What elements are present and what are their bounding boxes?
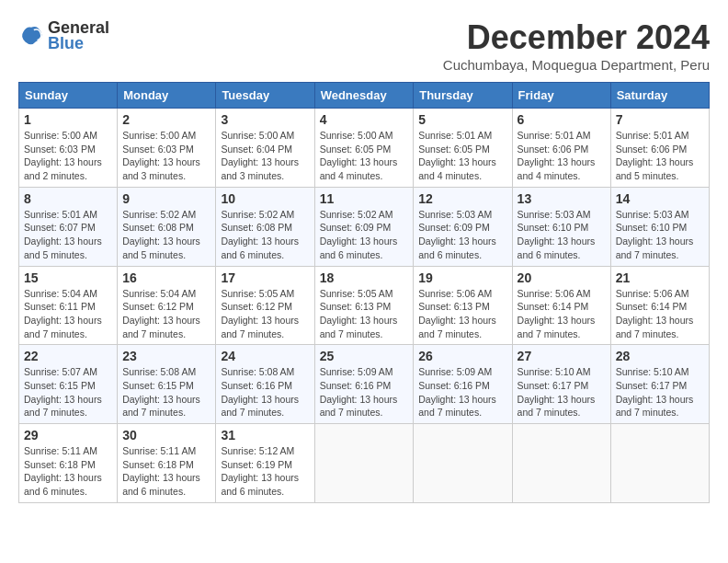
day-info: Sunrise: 5:06 AM Sunset: 6:14 PM Dayligh… xyxy=(518,287,606,341)
page-header: General Blue December 2024 Cuchumbaya, M… xyxy=(18,18,710,73)
day-info: Sunrise: 5:03 AM Sunset: 6:09 PM Dayligh… xyxy=(418,208,506,262)
day-info: Sunrise: 5:09 AM Sunset: 6:16 PM Dayligh… xyxy=(418,365,506,419)
day-number: 29 xyxy=(24,428,112,442)
day-number: 15 xyxy=(24,270,112,285)
day-info: Sunrise: 5:11 AM Sunset: 6:18 PM Dayligh… xyxy=(122,444,210,499)
calendar-cell xyxy=(512,424,610,503)
day-number: 8 xyxy=(24,191,112,206)
day-number: 6 xyxy=(518,112,606,127)
day-info: Sunrise: 5:04 AM Sunset: 6:12 PM Dayligh… xyxy=(122,287,210,341)
calendar-cell: 21 Sunrise: 5:06 AM Sunset: 6:14 PM Dayl… xyxy=(610,266,709,345)
day-number: 1 xyxy=(24,112,112,127)
day-number: 22 xyxy=(24,349,112,363)
logo-blue: Blue xyxy=(48,34,109,53)
calendar-cell: 30 Sunrise: 5:11 AM Sunset: 6:18 PM Dayl… xyxy=(118,424,216,503)
calendar-cell: 9 Sunrise: 5:02 AM Sunset: 6:08 PM Dayli… xyxy=(118,187,216,266)
day-number: 9 xyxy=(122,191,210,206)
day-number: 13 xyxy=(518,191,606,206)
logo-icon xyxy=(18,23,44,49)
calendar-week-1: 1 Sunrise: 5:00 AM Sunset: 6:03 PM Dayli… xyxy=(19,109,710,188)
day-info: Sunrise: 5:06 AM Sunset: 6:13 PM Dayligh… xyxy=(418,287,506,341)
day-number: 4 xyxy=(320,112,409,127)
day-info: Sunrise: 5:04 AM Sunset: 6:11 PM Dayligh… xyxy=(24,287,112,341)
day-info: Sunrise: 5:07 AM Sunset: 6:15 PM Dayligh… xyxy=(24,365,112,419)
day-info: Sunrise: 5:00 AM Sunset: 6:04 PM Dayligh… xyxy=(221,129,309,183)
weekday-header-thursday: Thursday xyxy=(414,83,512,109)
calendar-cell: 27 Sunrise: 5:10 AM Sunset: 6:17 PM Dayl… xyxy=(512,345,610,424)
day-number: 30 xyxy=(122,428,210,442)
calendar-cell: 1 Sunrise: 5:00 AM Sunset: 6:03 PM Dayli… xyxy=(19,109,118,188)
calendar-cell: 22 Sunrise: 5:07 AM Sunset: 6:15 PM Dayl… xyxy=(19,345,118,424)
day-info: Sunrise: 5:02 AM Sunset: 6:08 PM Dayligh… xyxy=(221,208,309,262)
day-number: 12 xyxy=(418,191,506,206)
calendar-cell xyxy=(414,424,512,503)
day-number: 20 xyxy=(518,270,606,285)
calendar-week-5: 29 Sunrise: 5:11 AM Sunset: 6:18 PM Dayl… xyxy=(19,424,710,503)
calendar-cell: 16 Sunrise: 5:04 AM Sunset: 6:12 PM Dayl… xyxy=(118,266,216,345)
calendar-cell: 31 Sunrise: 5:12 AM Sunset: 6:19 PM Dayl… xyxy=(216,424,314,503)
day-info: Sunrise: 5:03 AM Sunset: 6:10 PM Dayligh… xyxy=(518,208,606,262)
day-number: 2 xyxy=(122,112,210,127)
weekday-header-saturday: Saturday xyxy=(610,83,709,109)
day-info: Sunrise: 5:08 AM Sunset: 6:16 PM Dayligh… xyxy=(221,365,309,419)
day-info: Sunrise: 5:03 AM Sunset: 6:10 PM Dayligh… xyxy=(616,208,704,262)
calendar-cell: 14 Sunrise: 5:03 AM Sunset: 6:10 PM Dayl… xyxy=(610,187,709,266)
calendar-cell: 28 Sunrise: 5:10 AM Sunset: 6:17 PM Dayl… xyxy=(610,345,709,424)
day-number: 10 xyxy=(221,191,309,206)
calendar-cell: 3 Sunrise: 5:00 AM Sunset: 6:04 PM Dayli… xyxy=(216,109,314,188)
day-info: Sunrise: 5:05 AM Sunset: 6:12 PM Dayligh… xyxy=(221,287,309,341)
day-number: 16 xyxy=(122,270,210,285)
calendar-cell: 29 Sunrise: 5:11 AM Sunset: 6:18 PM Dayl… xyxy=(19,424,118,503)
weekday-header-tuesday: Tuesday xyxy=(216,83,314,109)
day-number: 26 xyxy=(418,349,506,363)
calendar-week-2: 8 Sunrise: 5:01 AM Sunset: 6:07 PM Dayli… xyxy=(19,187,710,266)
day-info: Sunrise: 5:10 AM Sunset: 6:17 PM Dayligh… xyxy=(616,365,704,419)
day-number: 17 xyxy=(221,270,309,285)
calendar-cell: 25 Sunrise: 5:09 AM Sunset: 6:16 PM Dayl… xyxy=(314,345,414,424)
day-info: Sunrise: 5:09 AM Sunset: 6:16 PM Dayligh… xyxy=(320,365,409,419)
day-number: 21 xyxy=(616,270,704,285)
day-number: 27 xyxy=(518,349,606,363)
weekday-header-sunday: Sunday xyxy=(19,83,118,109)
day-info: Sunrise: 5:00 AM Sunset: 6:03 PM Dayligh… xyxy=(24,129,112,183)
calendar-cell: 12 Sunrise: 5:03 AM Sunset: 6:09 PM Dayl… xyxy=(414,187,512,266)
day-info: Sunrise: 5:00 AM Sunset: 6:03 PM Dayligh… xyxy=(122,129,210,183)
weekday-header-friday: Friday xyxy=(512,83,610,109)
calendar-cell: 20 Sunrise: 5:06 AM Sunset: 6:14 PM Dayl… xyxy=(512,266,610,345)
calendar-cell: 5 Sunrise: 5:01 AM Sunset: 6:05 PM Dayli… xyxy=(414,109,512,188)
calendar-cell: 10 Sunrise: 5:02 AM Sunset: 6:08 PM Dayl… xyxy=(216,187,314,266)
calendar-week-4: 22 Sunrise: 5:07 AM Sunset: 6:15 PM Dayl… xyxy=(19,345,710,424)
day-number: 31 xyxy=(221,428,309,442)
calendar-cell: 19 Sunrise: 5:06 AM Sunset: 6:13 PM Dayl… xyxy=(414,266,512,345)
calendar-cell xyxy=(314,424,414,503)
day-info: Sunrise: 5:00 AM Sunset: 6:05 PM Dayligh… xyxy=(320,129,409,183)
weekday-header-row: SundayMondayTuesdayWednesdayThursdayFrid… xyxy=(19,83,710,109)
day-info: Sunrise: 5:12 AM Sunset: 6:19 PM Dayligh… xyxy=(221,444,309,499)
day-number: 19 xyxy=(418,270,506,285)
calendar-cell: 15 Sunrise: 5:04 AM Sunset: 6:11 PM Dayl… xyxy=(19,266,118,345)
calendar-cell: 6 Sunrise: 5:01 AM Sunset: 6:06 PM Dayli… xyxy=(512,109,610,188)
calendar-cell: 24 Sunrise: 5:08 AM Sunset: 6:16 PM Dayl… xyxy=(216,345,314,424)
day-info: Sunrise: 5:01 AM Sunset: 6:07 PM Dayligh… xyxy=(24,208,112,262)
weekday-header-monday: Monday xyxy=(118,83,216,109)
calendar-cell: 7 Sunrise: 5:01 AM Sunset: 6:06 PM Dayli… xyxy=(610,109,709,188)
title-section: December 2024 Cuchumbaya, Moquegua Depar… xyxy=(443,18,710,73)
day-info: Sunrise: 5:05 AM Sunset: 6:13 PM Dayligh… xyxy=(320,287,409,341)
calendar-cell: 18 Sunrise: 5:05 AM Sunset: 6:13 PM Dayl… xyxy=(314,266,414,345)
calendar-cell: 11 Sunrise: 5:02 AM Sunset: 6:09 PM Dayl… xyxy=(314,187,414,266)
day-info: Sunrise: 5:11 AM Sunset: 6:18 PM Dayligh… xyxy=(24,444,112,499)
weekday-header-wednesday: Wednesday xyxy=(314,83,414,109)
day-info: Sunrise: 5:06 AM Sunset: 6:14 PM Dayligh… xyxy=(616,287,704,341)
day-info: Sunrise: 5:10 AM Sunset: 6:17 PM Dayligh… xyxy=(518,365,606,419)
day-number: 7 xyxy=(616,112,704,127)
day-info: Sunrise: 5:01 AM Sunset: 6:05 PM Dayligh… xyxy=(418,129,506,183)
day-number: 23 xyxy=(122,349,210,363)
calendar-cell: 2 Sunrise: 5:00 AM Sunset: 6:03 PM Dayli… xyxy=(118,109,216,188)
month-title: December 2024 xyxy=(443,18,710,57)
calendar-cell: 8 Sunrise: 5:01 AM Sunset: 6:07 PM Dayli… xyxy=(19,187,118,266)
day-number: 18 xyxy=(320,270,409,285)
day-number: 25 xyxy=(320,349,409,363)
day-number: 5 xyxy=(418,112,506,127)
day-info: Sunrise: 5:01 AM Sunset: 6:06 PM Dayligh… xyxy=(518,129,606,183)
location-subtitle: Cuchumbaya, Moquegua Department, Peru xyxy=(443,57,710,73)
